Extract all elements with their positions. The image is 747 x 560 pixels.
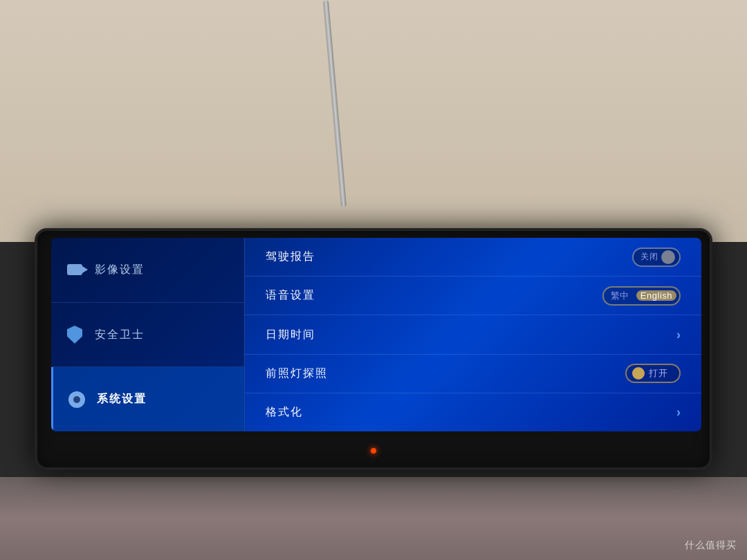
content-area: 驾驶报告 关闭 语音设置 繁中 English [245,238,701,431]
shield-icon [65,325,84,344]
gear-icon [67,390,86,409]
sidebar-item-image-settings[interactable]: 影像设置 [51,238,244,303]
wall-background [0,0,747,242]
format-control[interactable]: › [676,405,681,420]
menu-row-drive-report: 驾驶报告 关闭 [245,238,701,277]
mirror-screen: 影像设置 安全卫士 系统设置 驾驶报告 [51,238,701,431]
menu-label-drive-report: 驾驶报告 [266,250,315,264]
menu-row-voice-settings: 语音设置 繁中 English [245,277,701,315]
floor-background [0,477,747,560]
headlight-control[interactable]: 打开 [625,364,681,383]
mirror-device: 影像设置 安全卫士 系统设置 驾驶报告 [35,228,712,470]
date-time-arrow-icon: › [676,328,681,342]
watermark: 什么值得买 [685,539,737,552]
sidebar-item-system-settings[interactable]: 系统设置 [51,367,244,431]
menu-label-format: 格式化 [266,405,303,420]
sidebar-item-safety-guard[interactable]: 安全卫士 [51,303,244,368]
led-indicator [371,448,376,454]
headlight-toggle-label: 打开 [649,367,668,380]
language-toggle[interactable]: 繁中 English [602,286,681,306]
menu-row-date-time[interactable]: 日期时间 › [245,315,701,354]
voice-settings-control[interactable]: 繁中 English [602,286,681,306]
drive-report-knob [661,250,675,264]
headlight-knob [632,367,645,380]
drive-report-toggle[interactable]: 关闭 [632,248,681,267]
sidebar-label-safety: 安全卫士 [95,328,145,342]
date-time-control[interactable]: › [676,328,681,342]
menu-row-format[interactable]: 格式化 › [245,393,701,431]
menu-row-headlight: 前照灯探照 打开 [245,355,701,393]
drive-report-control[interactable]: 关闭 [632,248,681,267]
menu-label-headlight: 前照灯探照 [266,366,328,381]
menu-label-voice: 语音设置 [266,288,315,303]
menu-label-date-time: 日期时间 [266,328,315,342]
headlight-toggle[interactable]: 打开 [625,364,681,383]
drive-report-toggle-label: 关闭 [640,251,658,263]
format-arrow-icon: › [676,405,681,420]
sidebar: 影像设置 安全卫士 系统设置 [51,238,245,431]
sidebar-label-system: 系统设置 [97,392,147,407]
camera-icon [65,260,84,279]
sidebar-label-image: 影像设置 [95,263,145,277]
watermark-text: 什么值得买 [685,539,737,550]
lang-option-zh[interactable]: 繁中 [607,290,634,302]
lang-option-en[interactable]: English [636,290,676,301]
